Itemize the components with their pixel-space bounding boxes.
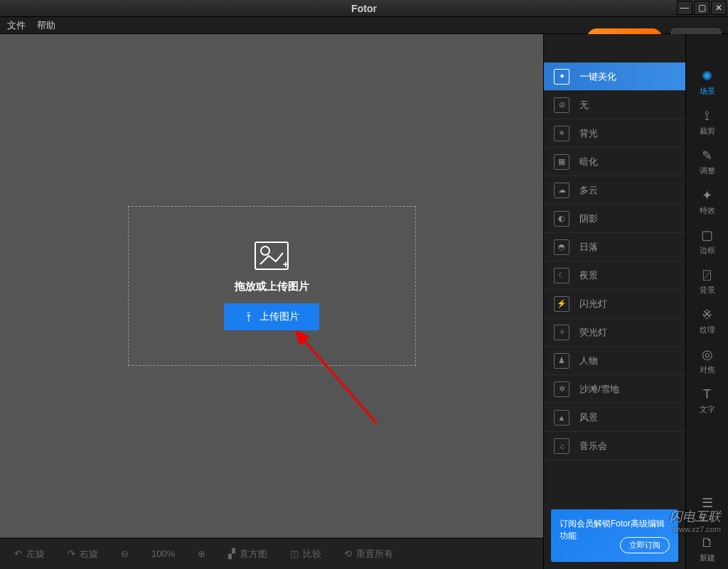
histogram-label: 直方图 bbox=[240, 548, 267, 560]
tool-调整[interactable]: ✎调整 bbox=[700, 142, 715, 182]
tool-label: 对焦 bbox=[700, 364, 715, 375]
filter-label: 夜景 bbox=[579, 269, 598, 282]
filter-icon: ♟ bbox=[554, 353, 569, 369]
filter-list: ✦一键美化⊘无☀背光▦暗化☁多云◐阴影◓日落☾夜景⚡闪光灯✧荧光灯♟人物✲沙滩/… bbox=[544, 63, 685, 502]
bottombar: ↶左旋 ↷右旋 ⊖ 100% ⊕ ▞直方图 ◫比较 ⟲重置所有 bbox=[0, 538, 543, 569]
filter-label: 暗化 bbox=[579, 156, 598, 168]
tool-icon: ✦ bbox=[702, 188, 712, 203]
filter-label: 多云 bbox=[579, 184, 598, 197]
histogram-icon: ▞ bbox=[228, 548, 235, 559]
dropzone[interactable]: + 拖放或上传图片 ⭱ 上传图片 bbox=[128, 206, 416, 366]
filter-icon: ▦ bbox=[554, 154, 569, 170]
filter-icon: ✧ bbox=[554, 325, 569, 340]
rotate-left-button[interactable]: ↶左旋 bbox=[14, 548, 45, 560]
tool-label: 配方 bbox=[700, 513, 715, 524]
tool-icon: ⍁ bbox=[703, 268, 711, 283]
tool-label: 边框 bbox=[700, 245, 715, 256]
zoom-in-icon: ⊕ bbox=[198, 548, 205, 559]
filter-icon: ☁ bbox=[554, 183, 569, 198]
filter-icon: ◐ bbox=[554, 211, 569, 227]
filter-icon: ▲ bbox=[554, 410, 569, 426]
tool-label: 调整 bbox=[700, 166, 715, 176]
filter-label: 音乐会 bbox=[579, 440, 607, 453]
filter-item-0[interactable]: ✦一键美化 bbox=[544, 63, 685, 91]
main-area: + 拖放或上传图片 ⭱ 上传图片 ↶左旋 ↷右旋 ⊖ 100% ⊕ ▞直方图 ◫… bbox=[0, 34, 728, 569]
tool-icon: ▢ bbox=[701, 227, 713, 243]
filter-item-2[interactable]: ☀背光 bbox=[544, 119, 685, 148]
reset-button[interactable]: ⟲重置所有 bbox=[344, 548, 393, 560]
promo-banner[interactable]: 订阅会员解锁Fotor高级编辑功能 立即订阅 bbox=[551, 509, 678, 562]
tool-icon: ※ bbox=[702, 307, 712, 323]
filter-item-11[interactable]: ✲沙滩/雪地 bbox=[544, 375, 685, 403]
upload-button[interactable]: ⭱ 上传图片 bbox=[224, 303, 319, 330]
tool-label: 背景 bbox=[700, 285, 715, 296]
filter-item-5[interactable]: ◐阴影 bbox=[544, 205, 685, 233]
filter-icon: ✦ bbox=[554, 69, 569, 85]
filter-item-9[interactable]: ✧荧光灯 bbox=[544, 318, 685, 347]
window-controls: — ▢ ✕ bbox=[677, 1, 727, 15]
filter-label: 沙滩/雪地 bbox=[579, 383, 619, 396]
filter-icon: ⚡ bbox=[554, 296, 569, 312]
upload-label: 上传图片 bbox=[259, 310, 299, 323]
image-placeholder-icon: + bbox=[255, 242, 289, 270]
filter-item-6[interactable]: ◓日落 bbox=[544, 233, 685, 261]
canvas-area: + 拖放或上传图片 ⭱ 上传图片 ↶左旋 ↷右旋 ⊖ 100% ⊕ ▞直方图 ◫… bbox=[0, 34, 543, 569]
filter-item-13[interactable]: ♫音乐会 bbox=[544, 432, 685, 460]
tool-rail: ✺场景⟟裁剪✎调整✦特效▢边框⍁背景※纹理◎对焦T文字 ☰配方🗋新建 bbox=[685, 34, 728, 569]
menu-help[interactable]: 帮助 bbox=[37, 19, 55, 32]
close-button[interactable]: ✕ bbox=[711, 1, 727, 15]
histogram-button[interactable]: ▞直方图 bbox=[228, 548, 267, 560]
rotate-right-label: 右旋 bbox=[80, 548, 98, 560]
filter-panel: ✦一键美化⊘无☀背光▦暗化☁多云◐阴影◓日落☾夜景⚡闪光灯✧荧光灯♟人物✲沙滩/… bbox=[543, 34, 685, 569]
minimize-button[interactable]: — bbox=[677, 1, 692, 15]
compare-button[interactable]: ◫比较 bbox=[290, 548, 321, 560]
tool-label: 特效 bbox=[700, 205, 715, 216]
compare-label: 比较 bbox=[303, 548, 321, 560]
tool-特效[interactable]: ✦特效 bbox=[700, 182, 715, 222]
dropzone-hint: 拖放或上传图片 bbox=[235, 280, 309, 293]
filter-icon: ☀ bbox=[554, 126, 569, 141]
titlebar: Fotor — ▢ ✕ bbox=[0, 0, 728, 17]
filter-item-10[interactable]: ♟人物 bbox=[544, 347, 685, 375]
zoom-out-button[interactable]: ⊖ bbox=[121, 548, 129, 559]
zoom-in-button[interactable]: ⊕ bbox=[198, 548, 205, 559]
tool-icon: ✎ bbox=[702, 148, 712, 163]
rotate-left-icon: ↶ bbox=[14, 548, 22, 559]
tool-文字[interactable]: T文字 bbox=[700, 381, 715, 421]
filter-label: 一键美化 bbox=[579, 70, 616, 83]
menu-file[interactable]: 文件 bbox=[7, 19, 26, 32]
tool-对焦[interactable]: ◎对焦 bbox=[700, 341, 715, 381]
tool-label: 新建 bbox=[700, 553, 715, 563]
filter-item-3[interactable]: ▦暗化 bbox=[544, 148, 685, 176]
tool-label: 裁剪 bbox=[700, 126, 715, 136]
reset-icon: ⟲ bbox=[344, 548, 352, 559]
filter-icon: ✲ bbox=[554, 381, 569, 397]
filter-item-1[interactable]: ⊘无 bbox=[544, 91, 685, 119]
tool-label: 文字 bbox=[700, 404, 715, 415]
zoom-out-icon: ⊖ bbox=[121, 548, 129, 559]
tool-场景[interactable]: ✺场景 bbox=[700, 63, 715, 102]
filter-item-4[interactable]: ☁多云 bbox=[544, 176, 685, 205]
filter-item-12[interactable]: ▲风景 bbox=[544, 403, 685, 432]
tool-配方[interactable]: ☰配方 bbox=[700, 489, 715, 529]
tool-背景[interactable]: ⍁背景 bbox=[700, 261, 715, 301]
tool-icon: ◎ bbox=[702, 347, 713, 362]
filter-label: 闪光灯 bbox=[579, 298, 607, 310]
upload-icon: ⭱ bbox=[244, 311, 254, 323]
compare-icon: ◫ bbox=[290, 548, 299, 559]
maximize-button[interactable]: ▢ bbox=[694, 1, 710, 15]
filter-icon: ◓ bbox=[554, 239, 569, 255]
filter-label: 无 bbox=[579, 99, 589, 112]
tool-label: 场景 bbox=[700, 86, 715, 97]
reset-label: 重置所有 bbox=[356, 548, 393, 560]
filter-item-7[interactable]: ☾夜景 bbox=[544, 261, 685, 290]
tool-纹理[interactable]: ※纹理 bbox=[700, 301, 715, 341]
filter-label: 人物 bbox=[579, 354, 598, 367]
filter-item-8[interactable]: ⚡闪光灯 bbox=[544, 290, 685, 318]
tool-边框[interactable]: ▢边框 bbox=[700, 222, 715, 261]
filter-icon: ♫ bbox=[554, 438, 569, 454]
subscribe-button[interactable]: 立即订阅 bbox=[620, 537, 670, 553]
tool-新建[interactable]: 🗋新建 bbox=[700, 529, 715, 569]
rotate-right-button[interactable]: ↷右旋 bbox=[68, 548, 98, 560]
tool-裁剪[interactable]: ⟟裁剪 bbox=[700, 102, 715, 142]
